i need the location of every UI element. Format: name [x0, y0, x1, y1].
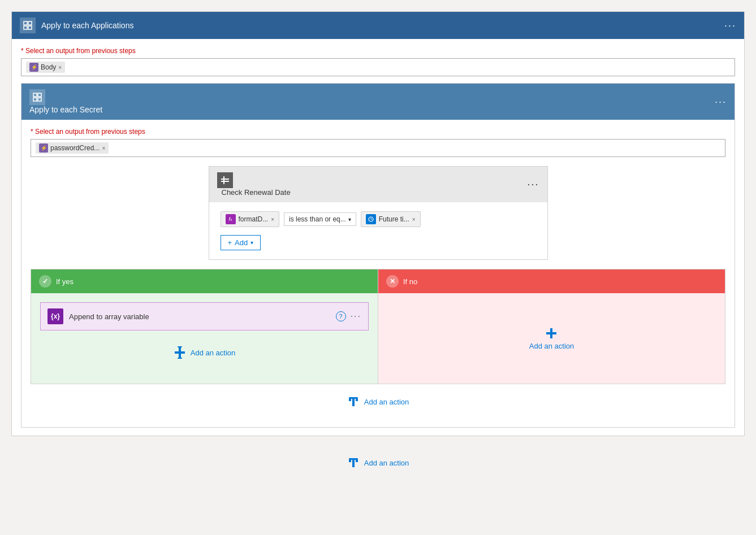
- password-cred-tag-close[interactable]: ×: [102, 145, 105, 151]
- svg-rect-6: [33, 98, 37, 101]
- svg-rect-16: [178, 346, 182, 347]
- if-yes-label: If yes: [56, 277, 74, 286]
- svg-rect-26: [349, 460, 351, 462]
- help-icon[interactable]: ?: [336, 311, 346, 321]
- svg-rect-20: [349, 397, 358, 399]
- svg-rect-1: [28, 21, 32, 25]
- svg-rect-19: [546, 332, 556, 334]
- body-tag-text: Body: [41, 63, 56, 71]
- format-date-text: formatD...: [239, 215, 269, 223]
- if-no-label: If no: [403, 277, 417, 286]
- condition-row: fx formatD... × is less than or eq... ▾: [221, 211, 536, 227]
- svg-rect-15: [175, 351, 185, 354]
- svg-rect-10: [223, 176, 224, 184]
- main-container: Apply to each Applications ··· * Select …: [0, 0, 756, 491]
- svg-rect-27: [356, 460, 358, 462]
- header-left: Apply to each Applications: [20, 18, 133, 33]
- add-label: Add: [235, 238, 248, 247]
- branches-container: ✓ If yes {x} Append to array variable: [31, 269, 725, 384]
- svg-rect-3: [28, 26, 32, 29]
- condition-header-left: Check Renewal Date: [217, 172, 291, 197]
- condition-left-tag[interactable]: fx formatD... ×: [221, 211, 280, 227]
- add-action-no-label: Add an action: [529, 342, 574, 350]
- branch-yes: ✓ If yes {x} Append to array variable: [31, 269, 378, 384]
- add-chevron: ▾: [250, 240, 253, 246]
- condition-body: fx formatD... × is less than or eq... ▾: [209, 202, 547, 259]
- plus-icon: +: [228, 238, 232, 247]
- add-action-icon-secret: [347, 395, 360, 408]
- condition-add-button[interactable]: + Add ▾: [221, 235, 261, 250]
- svg-rect-24: [349, 458, 358, 460]
- body-tag-icon: ⚡: [29, 63, 38, 72]
- apply-each-secret-block: Apply to each Secret ··· * Select an out…: [21, 83, 735, 428]
- append-array-icon: {x}: [47, 308, 63, 324]
- output-input-1[interactable]: ⚡ Body ×: [21, 58, 735, 76]
- apply-each-secret-header: Apply to each Secret ···: [21, 84, 735, 120]
- add-action-secret-bottom[interactable]: Add an action: [31, 384, 725, 419]
- apply-each-secret-menu[interactable]: ···: [715, 96, 727, 108]
- checkmark-icon: ✓: [39, 275, 51, 288]
- operator-text: is less than or eq...: [289, 215, 346, 223]
- add-action-outer[interactable]: Add an action: [11, 445, 745, 480]
- condition-block: Check Renewal Date ··· fx formatD...: [209, 166, 548, 260]
- body-tag: ⚡ Body ×: [26, 62, 65, 73]
- branch-no: ✕ If no: [378, 269, 725, 384]
- apply-each-applications-block: Apply to each Applications ··· * Select …: [11, 11, 745, 436]
- apply-each-applications-header: Apply to each Applications ···: [12, 12, 744, 39]
- help-icon-text: ?: [339, 313, 343, 320]
- add-action-yes-branch[interactable]: Add an action: [40, 337, 369, 368]
- condition-icon: [217, 172, 233, 188]
- add-action-secret-label: Add an action: [364, 398, 409, 406]
- password-cred-tag-icon: ⚡: [39, 143, 48, 153]
- password-cred-tag-text: passwordCred...: [50, 144, 100, 152]
- format-date-close[interactable]: ×: [271, 216, 274, 223]
- add-action-outer-label: Add an action: [364, 459, 409, 467]
- body-tag-close[interactable]: ×: [58, 64, 62, 71]
- apply-each-icon: [20, 18, 36, 33]
- branch-yes-body: {x} Append to array variable ? ···: [31, 293, 378, 384]
- future-time-close[interactable]: ×: [412, 216, 416, 223]
- branch-yes-header: ✓ If yes: [31, 269, 378, 293]
- svg-rect-2: [24, 26, 27, 29]
- output-input-2[interactable]: ⚡ passwordCred... ×: [31, 139, 725, 157]
- append-action-controls: ? ···: [336, 311, 361, 321]
- svg-rect-25: [352, 460, 355, 467]
- apply-each-secret-icon: [29, 89, 45, 105]
- apply-each-applications-menu[interactable]: ···: [724, 20, 736, 32]
- svg-rect-5: [38, 93, 41, 97]
- inner-block-wrapper: Apply to each Secret ··· * Select an out…: [21, 83, 735, 428]
- condition-header: Check Renewal Date ···: [209, 167, 547, 202]
- svg-rect-0: [24, 21, 27, 25]
- future-time-text: Future ti...: [379, 215, 409, 223]
- svg-rect-4: [33, 93, 37, 97]
- append-array-menu[interactable]: ···: [351, 311, 361, 321]
- branch-no-header: ✕ If no: [378, 269, 725, 293]
- svg-rect-21: [352, 399, 355, 406]
- add-action-icon-no: [545, 327, 558, 340]
- add-action-yes-label: Add an action: [191, 349, 236, 357]
- condition-operator[interactable]: is less than or eq... ▾: [284, 212, 356, 226]
- add-action-no-branch[interactable]: Add an action: [520, 318, 584, 359]
- branch-no-body: Add an action: [378, 293, 725, 384]
- add-action-outer-icon: [347, 456, 360, 469]
- format-date-icon: fx: [226, 214, 236, 224]
- output-label-2: * Select an output from previous steps: [31, 128, 725, 136]
- apply-each-applications-body: * Select an output from previous steps ⚡…: [12, 39, 744, 436]
- append-array-title: Append to array variable: [69, 312, 330, 321]
- operator-chevron: ▾: [348, 216, 351, 223]
- apply-each-secret-title: Apply to each Secret: [29, 105, 102, 114]
- output-label-1: * Select an output from previous steps: [21, 47, 735, 55]
- svg-rect-7: [38, 98, 41, 101]
- condition-centered-wrapper: Check Renewal Date ··· fx formatD...: [31, 166, 725, 269]
- apply-each-secret-body: * Select an output from previous steps ⚡…: [21, 120, 735, 427]
- condition-right-tag[interactable]: Future ti... ×: [361, 211, 421, 227]
- secret-header-left: Apply to each Secret: [29, 89, 102, 114]
- svg-rect-9: [221, 181, 229, 182]
- password-cred-tag: ⚡ passwordCred... ×: [36, 142, 109, 154]
- condition-title: Check Renewal Date: [222, 188, 291, 197]
- condition-menu[interactable]: ···: [527, 179, 539, 190]
- x-icon: ✕: [386, 275, 399, 288]
- svg-rect-8: [221, 179, 229, 180]
- add-action-icon-yes: [174, 346, 186, 359]
- append-array-card: {x} Append to array variable ? ···: [40, 302, 369, 330]
